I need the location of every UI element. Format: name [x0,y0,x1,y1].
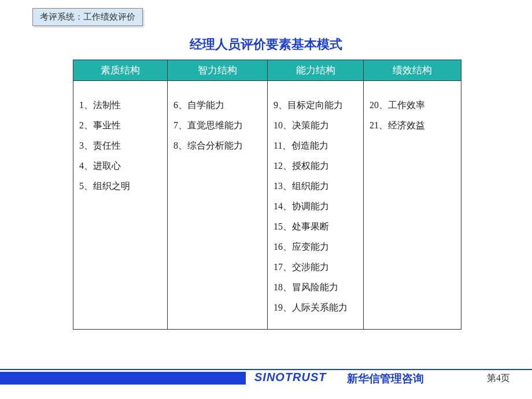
column-body: 1、法制性 2、事业性 3、责任性 4、进取心 5、组织之明 [73,81,167,208]
column-header: 智力结构 [168,60,267,81]
column-body: 20、工作效率 21、经济效益 [364,81,461,147]
list-item: 1、法制性 [79,99,162,112]
column-quality: 素质结构 1、法制性 2、事业性 3、责任性 4、进取心 5、组织之明 [73,60,168,329]
footer: SINOTRUST 新华信管理咨询 第4页 [0,368,532,386]
page-number: 第4页 [487,372,510,385]
list-item: 8、综合分析能力 [173,140,263,152]
list-item: 9、目标定向能力 [274,99,359,112]
column-header: 绩效结构 [364,60,461,81]
list-item: 16、应变能力 [274,241,359,253]
breadcrumb-text: 考评系统：工作绩效评价 [40,12,135,21]
list-item: 17、交涉能力 [274,261,359,274]
list-item: 13、组织能力 [274,180,359,193]
list-item: 10、决策能力 [274,120,359,132]
list-item: 5、组织之明 [79,180,162,193]
list-item: 21、经济效益 [370,120,456,132]
breadcrumb-tag: 考评系统：工作绩效评价 [32,8,143,26]
list-item: 3、责任性 [79,140,162,152]
footer-line-thin [0,369,532,370]
footer-company: 新华信管理咨询 [347,371,424,386]
list-item: 4、进取心 [79,160,162,172]
list-item: 2、事业性 [79,120,162,132]
column-performance: 绩效结构 20、工作效率 21、经济效益 [364,60,461,329]
column-body: 9、目标定向能力 10、决策能力 11、创造能力 12、授权能力 13、组织能力… [268,81,363,329]
list-item: 11、创造能力 [274,140,359,152]
column-header: 能力结构 [268,60,363,81]
evaluation-table: 素质结构 1、法制性 2、事业性 3、责任性 4、进取心 5、组织之明 智力结构… [73,60,461,330]
column-body: 6、自学能力 7、直觉思维能力 8、综合分析能力 [168,81,267,167]
list-item: 15、处事果断 [274,221,359,233]
footer-brand: SINOTRUST [254,371,327,384]
column-ability: 能力结构 9、目标定向能力 10、决策能力 11、创造能力 12、授权能力 13… [268,60,364,329]
page-title: 经理人员评价要素基本模式 [0,36,532,53]
list-item: 6、自学能力 [173,99,263,112]
list-item: 19、人际关系能力 [274,302,359,314]
list-item: 7、直觉思维能力 [173,120,263,132]
list-item: 18、冒风险能力 [274,282,359,294]
footer-line-thick [0,372,246,385]
list-item: 20、工作效率 [370,99,456,112]
column-header: 素质结构 [73,60,167,81]
list-item: 12、授权能力 [274,160,359,172]
list-item: 14、协调能力 [274,201,359,213]
column-intelligence: 智力结构 6、自学能力 7、直觉思维能力 8、综合分析能力 [168,60,268,329]
